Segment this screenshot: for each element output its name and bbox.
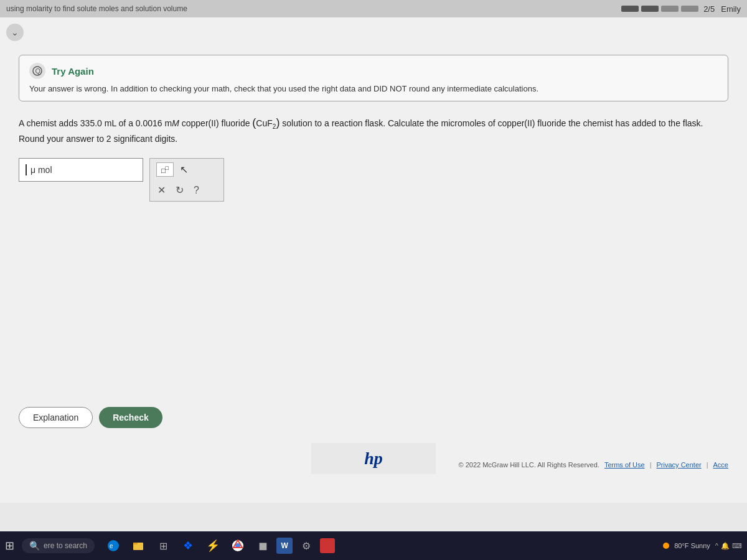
taskbar-icon-apps[interactable]: ⊞	[152, 534, 174, 557]
footer-copyright: © 2022 McGraw Hill LLC. All Rights Reser…	[459, 461, 728, 469]
system-tray[interactable]: ^ 🔔 ⌨	[715, 542, 742, 550]
bottom-buttons: Explanation Recheck	[19, 407, 162, 428]
taskbar-search-box[interactable]: 🔍 ere to search	[22, 538, 95, 553]
taskbar-icon-red[interactable]	[320, 538, 335, 553]
help-button[interactable]: ?	[192, 184, 200, 197]
text-cursor	[26, 164, 27, 175]
math-toolbar: □□ ↖ ✕ ↻ ?	[149, 158, 224, 202]
weather-icon	[663, 543, 669, 549]
svg-text:Q: Q	[35, 67, 41, 75]
hp-logo-area: hp	[311, 443, 436, 474]
taskbar-icon-word[interactable]: W	[276, 538, 293, 554]
question-text: A chemist adds 335.0 mL of a 0.0016 mM c…	[19, 114, 728, 146]
hp-logo: hp	[364, 449, 383, 469]
taskbar-icon-arrow[interactable]: ⚡	[202, 534, 224, 557]
answer-input-box[interactable]: μ mol	[19, 158, 143, 182]
chevron-up-icon: ^	[715, 542, 718, 549]
try-again-box: Q Try Again Your answer is wrong. In add…	[19, 55, 728, 101]
progress-bar: 2/5	[621, 4, 715, 14]
keyboard-icon: ⌨	[732, 542, 742, 550]
top-bar-right: 2/5 Emily	[621, 4, 741, 14]
try-again-message: Your answer is wrong. In addition to che…	[29, 84, 718, 93]
main-content: ⌄ Q Try Again Your answer is wrong. In a…	[0, 17, 747, 503]
taskbar-icon-file-explorer[interactable]	[127, 534, 149, 557]
progress-seg-4	[681, 6, 698, 12]
taskbar-icon-dropbox[interactable]: ❖	[177, 534, 199, 557]
svg-text:e: e	[110, 543, 113, 549]
try-again-header: Q Try Again	[29, 63, 718, 79]
undo-button[interactable]: ↻	[174, 183, 185, 197]
search-placeholder-text: ere to search	[44, 541, 87, 550]
math-toolbar-row2: ✕ ↻ ?	[156, 183, 217, 197]
terms-of-use-link[interactable]: Terms of Use	[604, 461, 645, 469]
try-again-title: Try Again	[52, 66, 94, 77]
taskbar-icon-edge[interactable]: e	[102, 534, 125, 557]
copyright-text: © 2022 McGraw Hill LLC. All Rights Reser…	[459, 461, 599, 469]
recheck-button[interactable]: Recheck	[99, 407, 162, 428]
svg-rect-5	[133, 543, 138, 544]
search-icon: 🔍	[29, 541, 40, 551]
notification-icon: 🔔	[721, 542, 730, 550]
explanation-button[interactable]: Explanation	[19, 407, 93, 428]
progress-seg-2	[641, 6, 659, 12]
cursor-button[interactable]: ↖	[179, 162, 189, 177]
clear-button[interactable]: ✕	[156, 183, 167, 197]
user-name: Emily	[721, 4, 741, 14]
top-bar: using molarity to find solute moles and …	[0, 0, 747, 17]
answer-area: μ mol □□ ↖ ✕ ↻ ?	[19, 158, 728, 202]
try-again-icon: Q	[29, 63, 45, 79]
taskbar-icon-settings[interactable]: ⚙	[295, 534, 317, 557]
unit-label: μ mol	[31, 165, 52, 175]
taskbar: ⊞ 🔍 ere to search e ⊞ ❖ ⚡ ◼ W ⚙ 80°F Sun…	[0, 531, 747, 560]
math-toolbar-row1: □□ ↖	[156, 162, 217, 177]
taskbar-search-area: ⊞	[5, 539, 14, 553]
privacy-center-link[interactable]: Privacy Center	[657, 461, 702, 469]
taskbar-icon-mail[interactable]: ◼	[251, 534, 274, 557]
windows-start-icon[interactable]: ⊞	[5, 539, 14, 553]
progress-seg-3	[661, 6, 679, 12]
accessibility-link[interactable]: Acce	[713, 461, 728, 469]
page-title: using molarity to find solute moles and …	[6, 4, 187, 13]
progress-seg-1	[621, 6, 639, 12]
weather-widget[interactable]: 80°F Sunny	[663, 542, 710, 549]
progress-text: 2/5	[703, 4, 715, 14]
x10-button[interactable]: □□	[156, 162, 174, 177]
weather-text: 80°F Sunny	[674, 542, 710, 549]
taskbar-icon-chrome[interactable]	[227, 534, 249, 557]
chevron-down-button[interactable]: ⌄	[6, 24, 24, 41]
taskbar-right: 80°F Sunny ^ 🔔 ⌨	[663, 542, 742, 550]
